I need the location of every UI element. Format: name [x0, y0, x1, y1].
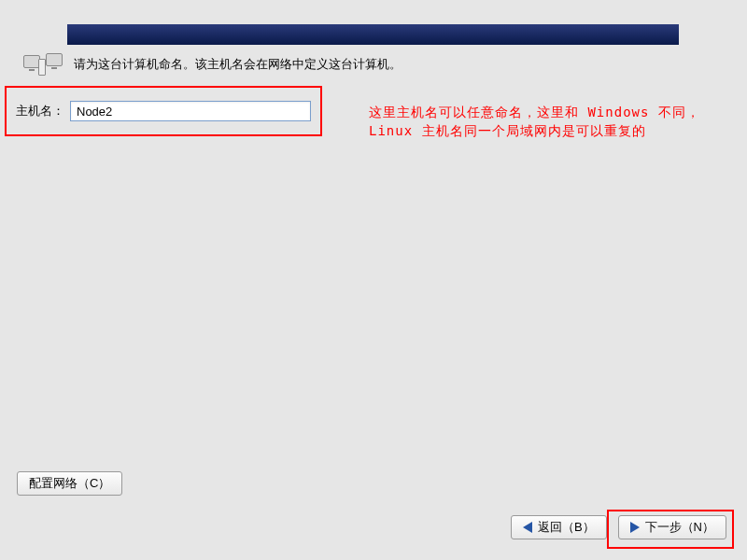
hostname-label: 主机名： [16, 103, 64, 119]
hostname-field-group: 主机名： [5, 86, 322, 136]
arrow-left-icon [523, 522, 532, 533]
back-button-label: 返回（B） [538, 519, 595, 536]
instruction-row: 请为这台计算机命名。该主机名会在网络中定义这台计算机。 [23, 53, 402, 76]
next-button-label: 下一步（N） [645, 519, 714, 536]
navigation-buttons: 返回（B） 下一步（N） [511, 515, 726, 539]
arrow-right-icon [630, 522, 640, 533]
annotation-text: 这里主机名可以任意命名，这里和 Windows 不同，Linux 主机名同一个局… [369, 104, 738, 140]
header-banner [67, 24, 679, 45]
configure-network-button[interactable]: 配置网络（C） [17, 471, 122, 496]
back-button[interactable]: 返回（B） [511, 515, 607, 539]
configure-network-label: 配置网络（C） [29, 475, 110, 492]
next-button[interactable]: 下一步（N） [618, 515, 726, 539]
hostname-input[interactable] [70, 101, 311, 121]
computer-network-icon [23, 53, 63, 76]
instruction-text: 请为这台计算机命名。该主机名会在网络中定义这台计算机。 [74, 56, 402, 73]
